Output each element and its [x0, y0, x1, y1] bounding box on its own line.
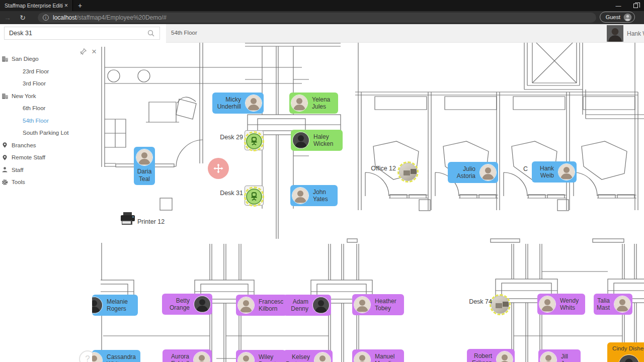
employee-card[interactable]: HaleyWicken	[291, 130, 343, 151]
sidebar-item-tools[interactable]: Tools	[0, 176, 101, 189]
site-info-icon[interactable]: i	[43, 15, 49, 21]
employee-photo	[614, 296, 631, 313]
sidebar-item-label: New York	[12, 93, 36, 99]
sidebar-item-label: Remote Staff	[12, 154, 45, 160]
location-pin-icon	[2, 142, 8, 148]
profile-icon	[623, 13, 632, 22]
sidebar-item-san-diego[interactable]: San Diego	[0, 53, 101, 65]
search-input[interactable]	[4, 27, 160, 40]
printer-label: Printer 12	[137, 218, 165, 225]
restore-icon	[633, 4, 638, 8]
employee-photo	[354, 351, 371, 362]
desk-label: Desk 29	[220, 134, 243, 141]
employee-name: MelanieRogers	[104, 298, 138, 313]
employee-card[interactable]: HeatherTobey	[352, 294, 404, 315]
new-tab-button[interactable]: +	[73, 2, 87, 10]
app-toolbar: 54th Floor Hank W	[0, 24, 644, 43]
employee-name: RobertErikson	[467, 352, 495, 362]
url-path: /staffmap4/Employee%20Demo/#	[76, 14, 167, 21]
floor-plan-map[interactable]: × San Diego23rd Floor3rd FloorNew York6t…	[0, 43, 644, 362]
move-handle[interactable]	[208, 158, 229, 179]
employee-card[interactable]: AuroraEchtell	[163, 349, 212, 362]
employee-card[interactable]: JulioAstoria	[448, 162, 498, 183]
employee-photo	[354, 296, 371, 313]
employee-name: HankWeib	[532, 165, 556, 179]
employee-name: JulioAstoria	[448, 165, 478, 180]
search-icon[interactable]	[147, 30, 154, 37]
window-minimize-button[interactable]: —	[610, 0, 627, 11]
user-tooltip: Hank W	[607, 25, 644, 42]
employee-card[interactable]: KelseyPorteous	[283, 350, 333, 362]
locations-panel: × San Diego23rd Floor3rd FloorNew York6t…	[0, 43, 101, 362]
employee-photo	[558, 163, 575, 180]
move-arrows-icon	[213, 163, 224, 174]
employee-name: MickyUnderhill	[212, 96, 244, 111]
employee-name: BettyOrange	[162, 297, 192, 312]
forward-icon[interactable]: →	[0, 14, 15, 22]
desk-label: Desk 74	[469, 298, 492, 305]
sidebar-item-3rd-floor[interactable]: 3rd Floor	[0, 77, 101, 90]
employee-name: TaliaMast	[594, 297, 612, 312]
employee-card[interactable]: WendyWhits	[537, 294, 585, 315]
employee-photo	[92, 297, 103, 314]
sidebar-item-label: Tools	[12, 179, 25, 185]
sidebar-item-label: 3rd Floor	[23, 80, 46, 86]
employee-card[interactable]: DariaTeal	[134, 147, 155, 185]
browser-tab[interactable]: Staffmap Enterprise Edition ×	[0, 0, 73, 11]
employee-card[interactable]: ManuelMandios	[352, 349, 404, 362]
employee-name: WileyBarnsto	[256, 353, 286, 362]
user-avatar	[607, 25, 623, 42]
employee-photo	[291, 95, 308, 112]
employee-name: CassandraWhit	[104, 353, 140, 362]
sidebar-item-54th-floor[interactable]: 54th Floor	[0, 115, 101, 127]
desk-chair-icon[interactable]	[244, 187, 264, 207]
sidebar-item-label: 23rd Floor	[23, 68, 49, 74]
employee-name: JillJones	[558, 353, 581, 362]
sidebar-item-label: South Parking Lot	[23, 130, 68, 136]
employee-name: AuroraEchtell	[163, 353, 192, 362]
employee-card[interactable]: CassandraWhit	[92, 350, 140, 362]
employee-card[interactable]: YelenaJules	[289, 93, 338, 114]
asset-photo-icon[interactable]	[397, 161, 419, 183]
browser-url-bar: → ↻ i localhost/staffmap4/Employee%20Dem…	[0, 11, 644, 24]
employee-photo	[237, 297, 255, 314]
employee-photo	[496, 351, 513, 362]
employee-card[interactable]: HankWeib	[532, 161, 577, 183]
sidebar-item-new-york[interactable]: New York	[0, 90, 101, 103]
refresh-icon[interactable]: ↻	[15, 14, 30, 22]
sidebar-item-23rd-floor[interactable]: 23rd Floor	[0, 65, 101, 78]
sidebar-item-staff[interactable]: Staff	[0, 164, 101, 176]
employee-card[interactable]: WileyBarnsto	[236, 350, 286, 362]
employee-card[interactable]: FrancescoKilborn	[236, 295, 287, 316]
building-icon	[2, 93, 9, 100]
floor-tab-label[interactable]: 54th Floor	[171, 30, 197, 36]
sidebar-item-remote-staff[interactable]: Remote Staff	[0, 151, 101, 164]
employee-card[interactable]: AdamDenny	[283, 295, 331, 316]
desk-label: Desk 31	[220, 190, 243, 197]
employee-card[interactable]: MelanieRogers	[92, 295, 138, 316]
employee-card[interactable]: Cindy Disher	[607, 342, 644, 362]
printer-icon[interactable]	[120, 212, 137, 228]
employee-name: HaleyWicken	[311, 133, 343, 148]
guest-profile-button[interactable]: Guest	[600, 12, 635, 23]
employee-photo	[540, 351, 557, 362]
desk-chair-icon[interactable]	[244, 131, 264, 151]
employee-card[interactable]: TaliaMast	[594, 294, 632, 315]
employee-card[interactable]: RobertErikson	[467, 349, 515, 362]
sidebar-item-branches[interactable]: Branches	[0, 139, 101, 152]
employee-card[interactable]: JohnYates	[290, 185, 338, 206]
employee-card[interactable]: JillJones	[538, 349, 581, 362]
sidebar-item-south-parking-lot[interactable]: South Parking Lot	[0, 127, 101, 139]
employee-name: JohnYates	[310, 189, 338, 203]
employee-card[interactable]: MickyUnderhill	[212, 93, 264, 114]
selection-ring	[490, 294, 511, 315]
employee-name: YelenaJules	[309, 96, 338, 111]
employee-photo	[618, 354, 639, 362]
asset-photo-icon[interactable]	[490, 294, 511, 315]
address-field[interactable]: i localhost/staffmap4/Employee%20Demo/#	[38, 13, 596, 23]
sidebar-item-6th-floor[interactable]: 6th Floor	[0, 102, 101, 115]
employee-photo	[237, 352, 255, 362]
tab-close-icon[interactable]: ×	[63, 2, 69, 9]
employee-card[interactable]: BettyOrange	[162, 294, 212, 315]
window-restore-button[interactable]	[627, 0, 644, 11]
